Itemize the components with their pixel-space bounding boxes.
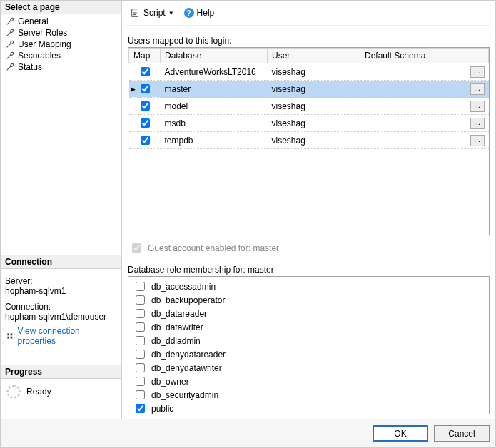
cell-schema: ... bbox=[360, 63, 489, 81]
help-button[interactable]: ? Help bbox=[181, 6, 218, 19]
role-checkbox[interactable] bbox=[136, 336, 145, 345]
col-header-user[interactable]: User bbox=[268, 49, 360, 63]
main-row: Select a page GeneralServer RolesUser Ma… bbox=[1, 1, 495, 419]
cell-user: viseshag bbox=[268, 63, 360, 81]
mapping-row[interactable]: ▶masterviseshag... bbox=[129, 81, 489, 98]
role-name: db_ddladmin bbox=[151, 336, 201, 346]
role-item[interactable]: db_ddladmin bbox=[131, 334, 486, 347]
nav-item-securables[interactable]: Securables bbox=[1, 50, 121, 61]
mapping-row[interactable]: msdbviseshag... bbox=[129, 115, 489, 132]
mapping-row[interactable]: tempdbviseshag... bbox=[129, 132, 489, 149]
progress-ring-icon bbox=[6, 385, 21, 399]
cell-user: viseshag bbox=[268, 115, 360, 132]
map-checkbox[interactable] bbox=[141, 101, 150, 111]
role-checkbox[interactable] bbox=[136, 350, 145, 359]
role-checkbox[interactable] bbox=[136, 282, 145, 291]
cell-user: viseshag bbox=[268, 81, 360, 98]
select-page-header: Select a page bbox=[1, 1, 121, 14]
schema-browse-button[interactable]: ... bbox=[470, 66, 485, 78]
role-checkbox[interactable] bbox=[136, 322, 145, 332]
progress-status: Ready bbox=[26, 387, 51, 397]
wrench-icon bbox=[5, 51, 15, 61]
left-pane: Select a page GeneralServer RolesUser Ma… bbox=[1, 1, 122, 419]
role-item[interactable]: db_denydatareader bbox=[131, 347, 486, 361]
col-header-schema[interactable]: Default Schema bbox=[360, 49, 489, 63]
nav-item-status[interactable]: Status bbox=[1, 61, 121, 73]
schema-browse-button[interactable]: ... bbox=[470, 101, 485, 112]
mapping-row[interactable]: AdventureWorksLT2016viseshag... bbox=[129, 63, 489, 81]
cancel-button[interactable]: Cancel bbox=[434, 425, 490, 442]
nav-item-label: Server Roles bbox=[18, 28, 67, 38]
role-item[interactable]: db_accessadmin bbox=[131, 280, 486, 293]
spacer bbox=[1, 404, 121, 419]
role-item[interactable]: public bbox=[131, 402, 486, 414]
page-nav-list: GeneralServer RolesUser MappingSecurable… bbox=[1, 14, 121, 74]
nav-item-general[interactable]: General bbox=[1, 16, 121, 27]
role-checkbox[interactable] bbox=[136, 363, 145, 372]
schema-browse-button[interactable]: ... bbox=[470, 83, 485, 95]
spacer bbox=[1, 350, 121, 365]
connection-icon bbox=[5, 331, 15, 341]
cell-user: viseshag bbox=[268, 98, 360, 115]
col-header-map[interactable]: Map bbox=[129, 49, 161, 63]
cell-database: model bbox=[161, 98, 268, 115]
connection-value: hopham-sqlvm1\demouser bbox=[5, 312, 117, 322]
role-item[interactable]: db_datawriter bbox=[131, 320, 486, 334]
grid-empty-area bbox=[128, 149, 489, 235]
row-indicator-icon: ▶ bbox=[131, 86, 136, 93]
map-checkbox[interactable] bbox=[141, 136, 150, 145]
server-label: Server: bbox=[5, 276, 117, 286]
role-item[interactable]: db_backupoperator bbox=[131, 293, 486, 307]
cell-schema: ... bbox=[360, 132, 489, 149]
map-checkbox[interactable] bbox=[141, 67, 150, 76]
ok-button[interactable]: OK bbox=[373, 425, 428, 442]
role-checkbox[interactable] bbox=[136, 309, 145, 318]
map-checkbox[interactable] bbox=[141, 84, 150, 93]
role-name: db_denydatawriter bbox=[151, 363, 222, 373]
role-item[interactable]: db_datareader bbox=[131, 307, 486, 320]
role-membership-label: Database role membership for: master bbox=[128, 265, 490, 275]
connection-label: Connection: bbox=[5, 302, 117, 312]
role-item[interactable]: db_securityadmin bbox=[131, 388, 486, 402]
wrench-icon bbox=[5, 28, 15, 38]
progress-header: Progress bbox=[1, 365, 121, 379]
role-checkbox[interactable] bbox=[136, 377, 145, 386]
view-connection-properties-text: View connection properties bbox=[18, 326, 117, 346]
role-name: db_denydatareader bbox=[151, 350, 226, 360]
cell-user: viseshag bbox=[268, 132, 360, 149]
role-checkbox[interactable] bbox=[136, 295, 145, 305]
cell-schema: ... bbox=[360, 115, 489, 132]
role-item[interactable]: db_owner bbox=[131, 375, 486, 388]
map-checkbox[interactable] bbox=[141, 118, 150, 128]
col-header-database[interactable]: Database bbox=[161, 49, 268, 63]
nav-item-label: User Mapping bbox=[18, 39, 71, 49]
server-value: hopham-sqlvm1 bbox=[5, 286, 117, 296]
schema-browse-button[interactable]: ... bbox=[470, 118, 485, 129]
dialog-footer: OK Cancel bbox=[1, 419, 495, 447]
nav-item-user-mapping[interactable]: User Mapping bbox=[1, 39, 121, 50]
wrench-icon bbox=[5, 62, 15, 72]
cell-database: AdventureWorksLT2016 bbox=[161, 63, 268, 81]
wrench-icon bbox=[5, 16, 15, 26]
user-mapping-grid[interactable]: Map Database User Default Schema Adventu… bbox=[128, 47, 490, 235]
role-name: db_backupoperator bbox=[151, 295, 225, 305]
role-name: db_datawriter bbox=[151, 322, 203, 332]
view-connection-properties-link[interactable]: View connection properties bbox=[5, 326, 117, 346]
nav-item-server-roles[interactable]: Server Roles bbox=[1, 27, 121, 39]
mapping-row[interactable]: modelviseshag... bbox=[129, 98, 489, 115]
guest-enabled-label: Guest account enabled for: master bbox=[148, 243, 279, 253]
script-icon bbox=[131, 8, 141, 18]
role-checkbox[interactable] bbox=[136, 390, 145, 399]
script-button[interactable]: Script ▼ bbox=[128, 6, 177, 19]
wrench-icon bbox=[5, 39, 15, 49]
login-properties-dialog: Select a page GeneralServer RolesUser Ma… bbox=[0, 0, 496, 448]
role-item[interactable]: db_denydatawriter bbox=[131, 361, 486, 375]
role-checkbox[interactable] bbox=[136, 404, 145, 413]
chevron-down-icon: ▼ bbox=[168, 10, 174, 16]
right-pane: Script ▼ ? Help Users mapped to this log… bbox=[122, 1, 495, 419]
role-membership-list[interactable]: db_accessadmindb_backupoperatordb_datare… bbox=[128, 276, 490, 414]
users-mapped-label: Users mapped to this login: bbox=[128, 36, 490, 46]
schema-browse-button[interactable]: ... bbox=[470, 135, 485, 146]
nav-item-label: Securables bbox=[18, 51, 61, 61]
nav-item-label: General bbox=[18, 16, 49, 26]
